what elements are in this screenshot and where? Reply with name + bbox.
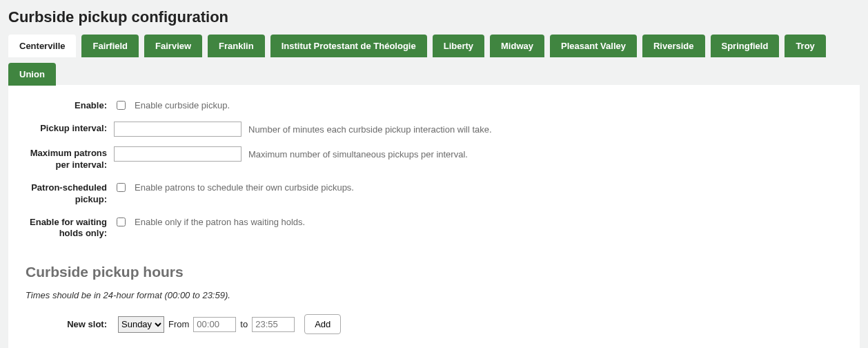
pickup-hours-heading: Curbside pickup hours — [26, 264, 842, 280]
new-slot-label: New slot: — [26, 319, 114, 329]
tab-springfield[interactable]: Springfield — [711, 35, 780, 57]
to-time-input[interactable] — [252, 317, 295, 332]
patron-scheduled-label: Patron-scheduled pickup: — [26, 181, 114, 206]
tab-midway[interactable]: Midway — [490, 35, 544, 57]
tab-troy[interactable]: Troy — [785, 35, 825, 57]
tab-fairview[interactable]: Fairview — [144, 35, 202, 57]
enable-hint: Enable curbside pickup. — [135, 100, 230, 110]
tab-union[interactable]: Union — [8, 63, 56, 86]
add-button[interactable]: Add — [304, 314, 341, 334]
to-label: to — [240, 319, 248, 329]
max-patrons-input[interactable] — [114, 146, 241, 162]
tab-centerville[interactable]: Centerville — [8, 35, 76, 57]
config-panel: Enable: Enable curbside pickup. Pickup i… — [8, 85, 860, 348]
pickup-interval-hint: Number of minutes each curbside pickup i… — [248, 124, 492, 135]
waiting-holds-hint: Enable only if the patron has waiting ho… — [135, 217, 305, 227]
day-select[interactable]: Sunday — [118, 316, 164, 333]
tab-pleasant-valley[interactable]: Pleasant Valley — [550, 35, 637, 57]
tab-riverside[interactable]: Riverside — [642, 35, 705, 57]
time-format-note: Times should be in 24-hour format (00:00… — [26, 290, 842, 300]
max-patrons-label: Maximum patrons per interval: — [26, 146, 114, 171]
patron-scheduled-hint: Enable patrons to schedule their own cur… — [135, 182, 354, 193]
max-patrons-hint: Maximum number of simultaneous pickups p… — [248, 149, 468, 160]
from-time-input[interactable] — [193, 317, 236, 332]
pickup-interval-label: Pickup interval: — [26, 122, 114, 135]
page-title: Curbside pickup configuration — [8, 8, 860, 26]
pickup-interval-input[interactable] — [114, 122, 241, 137]
tab-franklin[interactable]: Franklin — [208, 35, 265, 57]
library-tabs: Centerville Fairfield Fairview Franklin … — [8, 35, 860, 86]
enable-label: Enable: — [26, 99, 114, 112]
patron-scheduled-checkbox[interactable] — [117, 183, 126, 192]
enable-checkbox[interactable] — [117, 101, 126, 110]
waiting-holds-checkbox[interactable] — [117, 218, 126, 226]
tab-institut-protestant[interactable]: Institut Protestant de Théologie — [270, 35, 427, 57]
tab-fairfield[interactable]: Fairfield — [81, 35, 139, 57]
tab-liberty[interactable]: Liberty — [433, 35, 484, 57]
waiting-holds-label: Enable for waiting holds only: — [26, 215, 114, 240]
from-label: From — [168, 319, 189, 329]
